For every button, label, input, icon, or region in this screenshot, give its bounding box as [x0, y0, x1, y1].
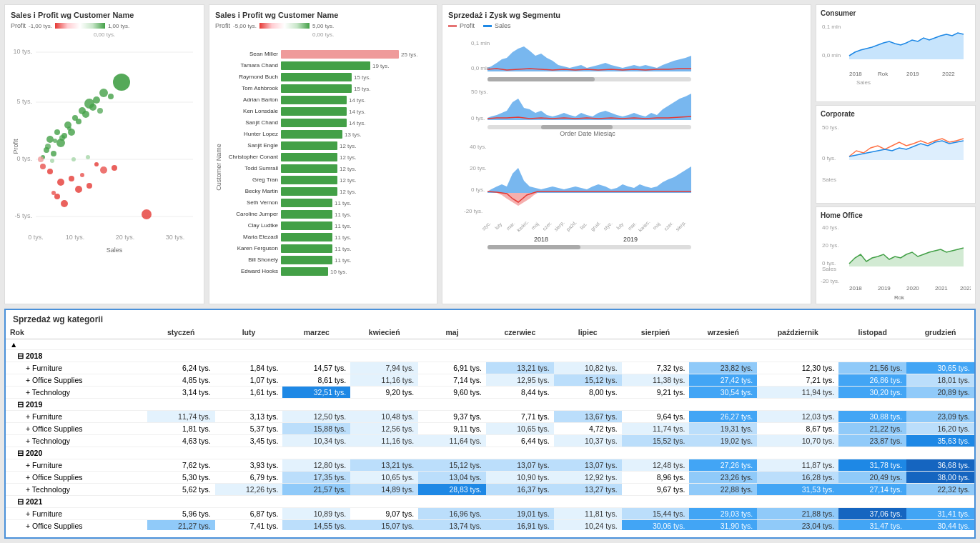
- col-luty: luty: [215, 326, 283, 339]
- svg-rect-84: [281, 96, 347, 104]
- col-marzec: marzec: [282, 326, 350, 339]
- cell-2019-tech-dec: 35,63 tys.: [906, 435, 974, 447]
- svg-point-38: [47, 169, 53, 174]
- svg-point-40: [69, 176, 74, 181]
- svg-text:50 tys.: 50 tys.: [471, 89, 488, 95]
- svg-text:Sales: Sales: [822, 266, 836, 272]
- svg-text:Adrian Barton: Adrian Barton: [243, 96, 278, 103]
- cell-2020-tech-oct: 31,53 tys.: [757, 484, 838, 496]
- sprzedaz-chart-panel: Sprzedaż i Zysk wg Segmentu Profit Sales…: [442, 4, 811, 304]
- svg-text:0 tys.: 0 tys.: [471, 115, 485, 121]
- cell-2020-furn-jul: 13,07 tys.: [554, 459, 622, 472]
- svg-point-52: [38, 156, 44, 162]
- svg-text:paźd.: paźd.: [565, 220, 578, 233]
- cell-2018-tech-aug: 9,21 tys.: [622, 387, 690, 399]
- cell-2018-furn-jun: 13,21 tys.: [486, 362, 554, 374]
- cell-2021-furn-sep: 29,03 tys.: [689, 508, 757, 520]
- svg-point-53: [50, 159, 54, 163]
- cell-2018-tech-may: 9,60 tys.: [418, 387, 486, 399]
- svg-text:20 tys.: 20 tys.: [470, 165, 487, 171]
- cell-2018-furn-nov: 21,56 tys.: [838, 362, 906, 374]
- cell-2018-tech-dec: 20,89 tys.: [906, 387, 974, 399]
- svg-rect-82: [281, 84, 352, 93]
- row-2018-furniture: + Furniture 6,24 tys. 1,84 tys. 14,57 ty…: [6, 362, 974, 374]
- cell-2021-off-jan: 21,27 tys.: [147, 520, 215, 531]
- svg-point-47: [142, 209, 152, 219]
- row-2018-officesupplies: + Office Supplies 4,85 tys. 1,07 tys. 8,…: [6, 374, 974, 387]
- cell-2021-off-mar: 14,55 tys.: [282, 520, 350, 531]
- table-title: Sprzedaż wg kategorii: [6, 310, 974, 326]
- bar-svg: Sean Miller Tamara Chand Raymond Buch To…: [215, 39, 435, 282]
- svg-point-29: [51, 151, 56, 156]
- cell-2019-furn-jan: 11,74 tys.: [147, 411, 215, 423]
- svg-text:list.: list.: [579, 221, 588, 230]
- cell-2018-tech-nov: 30,20 tys.: [838, 387, 906, 399]
- svg-text:Tamara Chand: Tamara Chand: [241, 62, 278, 69]
- svg-text:11 tys.: 11 tys.: [335, 246, 352, 252]
- svg-point-39: [57, 179, 64, 186]
- top-row: Sales i Profit wg Customer Name Profit -…: [4, 4, 976, 304]
- svg-text:Sales: Sales: [107, 246, 123, 254]
- svg-rect-112: [281, 256, 332, 264]
- scrollable-table[interactable]: Rok styczeń luty marzec kwiecień maj cze…: [6, 326, 974, 530]
- col-rok: Rok: [6, 326, 147, 339]
- cell-2019-furn-may: 9,37 tys.: [418, 411, 486, 423]
- svg-point-37: [97, 108, 103, 114]
- svg-text:2018: 2018: [534, 236, 548, 243]
- data-table-panel: Sprzedaż wg kategorii Rok styczeń luty m…: [4, 309, 976, 539]
- row-2021-officesupplies: + Office Supplies 21,27 tys. 7,41 tys. 1…: [6, 520, 974, 531]
- svg-point-48: [51, 191, 56, 195]
- svg-rect-108: [281, 233, 332, 241]
- scatter-profit-min: -1,00 tys.: [29, 23, 52, 29]
- svg-text:Clay Ludtke: Clay Ludtke: [248, 222, 279, 229]
- cell-2021-furn-nov: 37,06 tys.: [838, 508, 906, 520]
- row-2021: ⊟ 2021: [6, 496, 974, 508]
- cell-2018-off-mar: 8,61 tys.: [282, 374, 350, 387]
- cell-2018-off-nov: 26,86 tys.: [838, 374, 906, 387]
- cell-2019-off-mar: 15,88 tys.: [282, 423, 350, 435]
- col-czerwiec: czerwiec: [486, 326, 554, 339]
- cell-2019-tech-nov: 23,87 tys.: [838, 435, 906, 447]
- svg-text:luty: luty: [615, 221, 625, 231]
- row-2019-furniture: + Furniture 11,74 tys. 3,13 tys. 12,50 t…: [6, 411, 974, 423]
- cell-2018-furn-jan: 6,24 tys.: [147, 362, 215, 374]
- svg-text:Tom Ashbrook: Tom Ashbrook: [242, 85, 279, 91]
- svg-text:2018: 2018: [849, 285, 862, 292]
- svg-point-31: [113, 74, 130, 91]
- home-office-svg: 40 tys. 20 tys. 0 tys. -20 tys. 2018 201…: [821, 222, 971, 301]
- row-2020-technology: + Technology 5,62 tys. 12,26 tys. 21,57 …: [6, 484, 974, 496]
- cell-2019-tech-jan: 4,63 tys.: [147, 435, 215, 447]
- svg-text:0,0 mln: 0,0 mln: [471, 65, 490, 71]
- svg-rect-129: [541, 125, 613, 129]
- svg-text:kwiec.: kwiec.: [638, 219, 651, 233]
- cell-2021-furn-oct: 21,88 tys.: [757, 508, 838, 520]
- cat-2018-office: + Office Supplies: [6, 374, 147, 387]
- svg-text:maj: maj: [652, 221, 662, 231]
- svg-point-55: [86, 155, 90, 159]
- cell-2021-furn-jul: 11,81 tys.: [554, 508, 622, 520]
- svg-text:10 tys.: 10 tys.: [13, 48, 32, 55]
- cell-2019-off-may: 9,11 tys.: [418, 423, 486, 435]
- svg-text:12 tys.: 12 tys.: [340, 143, 357, 149]
- col-pazdziernik: październik: [757, 326, 838, 339]
- cell-2019-furn-sep: 26,27 tys.: [689, 411, 757, 423]
- cell-2020-off-apr: 10,65 tys.: [350, 472, 418, 484]
- svg-text:0,1 mln: 0,1 mln: [822, 24, 841, 30]
- year-2018-label: ⊟ 2018: [6, 350, 147, 362]
- cell-2019-tech-jul: 10,37 tys.: [554, 435, 622, 447]
- svg-text:sierp.: sierp.: [553, 220, 566, 233]
- svg-point-30: [89, 104, 96, 111]
- svg-text:0 tys.: 0 tys.: [28, 234, 44, 241]
- cell-2018-furn-apr: 7,94 tys.: [350, 362, 418, 374]
- svg-text:2021: 2021: [935, 285, 948, 292]
- corporate-title: Corporate: [821, 110, 971, 118]
- cell-2020-furn-jun: 13,07 tys.: [486, 459, 554, 472]
- cell-2018-off-apr: 11,16 tys.: [350, 374, 418, 387]
- row-2019-technology: + Technology 4,63 tys. 3,45 tys. 10,34 t…: [6, 435, 974, 447]
- cell-2021-furn-mar: 10,89 tys.: [282, 508, 350, 520]
- cell-2019-tech-sep: 19,02 tys.: [689, 435, 757, 447]
- svg-rect-96: [281, 164, 337, 173]
- svg-point-44: [61, 200, 68, 207]
- profit-label-scatter: Profit: [11, 22, 26, 29]
- year-2019-label: ⊟ 2019: [6, 399, 147, 411]
